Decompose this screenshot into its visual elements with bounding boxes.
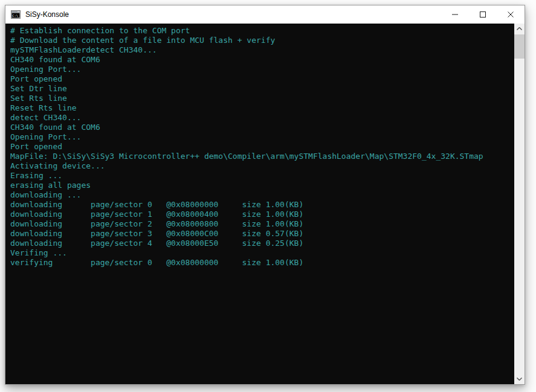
console-line: verifying page/sector 0 @0x08000000 size…: [10, 258, 514, 268]
console-line: Reset Rts line: [10, 103, 514, 113]
console-line: erasing all pages: [10, 181, 514, 190]
minimize-button[interactable]: [441, 5, 469, 24]
close-button[interactable]: [497, 5, 525, 24]
console-line: downloading page/sector 0 @0x08000000 si…: [10, 200, 514, 210]
minimize-icon: [452, 11, 458, 18]
console-line: Verifing ...: [10, 248, 514, 258]
console-line: downloading page/sector 3 @0x08000C00 si…: [10, 229, 514, 239]
console-line: Erasing ...: [10, 171, 514, 181]
console-area[interactable]: # Establish connection to the COM port# …: [5, 24, 525, 384]
console-line: downloading page/sector 2 @0x08000800 si…: [10, 219, 514, 229]
console-prompt-icon: C:\_: [11, 10, 21, 19]
console-line: Port opened: [10, 142, 514, 152]
maximize-icon: [480, 11, 486, 18]
console-line: Set Rts line: [10, 94, 514, 103]
console-line: downloading page/sector 1 @0x08000400 si…: [10, 210, 514, 219]
console-line: downloading page/sector 4 @0x08000E50 si…: [10, 239, 514, 248]
console-line: Opening Port...: [10, 132, 514, 142]
console-line: detect CH340...: [10, 113, 514, 123]
console-line: Set Dtr line: [10, 84, 514, 94]
scroll-up-button[interactable]: [514, 24, 525, 34]
scroll-down-button[interactable]: [514, 374, 525, 384]
console-line: Opening Port...: [10, 65, 514, 74]
console-line: MapFile: D:\SiSy\SiSy3 Microcontroller++…: [10, 152, 514, 161]
titlebar[interactable]: C:\_ SiSy-Konsole: [5, 5, 525, 24]
console-line: # Establish connection to the COM port: [10, 26, 514, 36]
console-output[interactable]: # Establish connection to the COM port# …: [5, 24, 514, 384]
console-line: mySTMFlashLoaderdetect CH340...: [10, 45, 514, 55]
maximize-button[interactable]: [469, 5, 497, 24]
vertical-scrollbar[interactable]: [514, 24, 525, 384]
console-line: Activating device...: [10, 161, 514, 171]
console-line: CH340 found at COM6: [10, 55, 514, 65]
close-icon: [508, 11, 514, 18]
svg-text:C:\_: C:\_: [12, 14, 21, 18]
chevron-up-icon: [517, 27, 522, 30]
chevron-down-icon: [517, 378, 522, 381]
scrollbar-thumb[interactable]: [514, 34, 525, 59]
window-title: SiSy-Konsole: [25, 10, 441, 19]
console-line: CH340 found at COM6: [10, 123, 514, 132]
console-line: Port opened: [10, 74, 514, 84]
console-window: C:\_ SiSy-Konsole # Est: [5, 5, 525, 385]
caption-buttons: [441, 5, 525, 24]
console-line: # Download the content of a file into MC…: [10, 36, 514, 45]
console-line: downloading ...: [10, 190, 514, 200]
